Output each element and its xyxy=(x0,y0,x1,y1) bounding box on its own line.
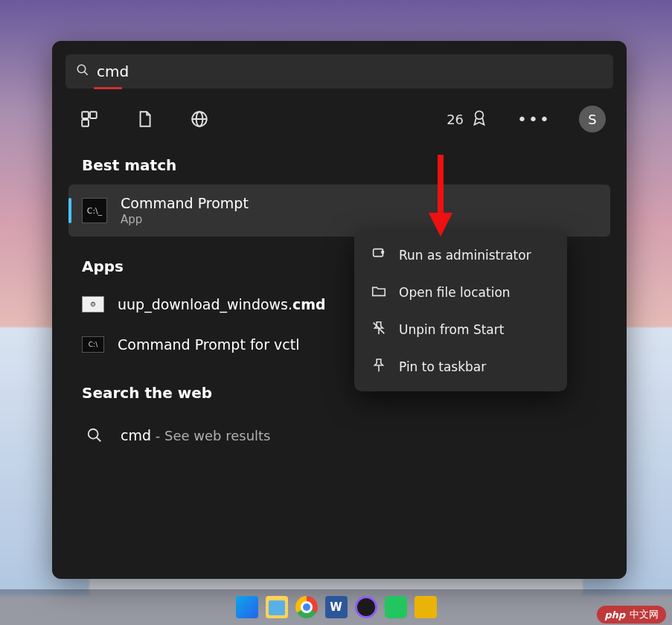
profile-avatar[interactable]: S xyxy=(579,106,606,132)
filter-row: 26 ••• S xyxy=(65,89,613,135)
folder-icon xyxy=(371,283,387,302)
menu-label: Open file location xyxy=(399,285,511,300)
search-input[interactable] xyxy=(97,62,603,80)
menu-open-file-location[interactable]: Open file location xyxy=(360,274,561,311)
context-menu: Run as administrator Open file location … xyxy=(354,231,567,391)
svg-line-1 xyxy=(84,71,88,75)
batch-file-icon: ⚙ xyxy=(82,296,104,312)
watermark-text: 中文网 xyxy=(630,608,659,621)
svg-rect-3 xyxy=(90,112,97,118)
rewards-medal-icon xyxy=(470,108,489,130)
menu-label: Run as administrator xyxy=(399,248,531,263)
search-box[interactable] xyxy=(65,54,613,89)
best-match-title: Command Prompt xyxy=(121,195,249,211)
best-match-subtitle: App xyxy=(121,213,249,226)
shield-icon xyxy=(371,246,387,265)
menu-pin-to-taskbar[interactable]: Pin to taskbar xyxy=(360,348,561,385)
search-icon xyxy=(76,63,89,80)
web-result-term: cmd xyxy=(121,427,151,443)
start-button[interactable] xyxy=(236,596,258,618)
svg-point-9 xyxy=(89,429,98,439)
menu-label: Unpin from Start xyxy=(399,322,504,337)
taskbar-app-icon[interactable] xyxy=(355,596,377,618)
taskbar: W xyxy=(0,589,672,625)
watermark-brand: php xyxy=(604,609,625,621)
menu-run-as-administrator[interactable]: Run as administrator xyxy=(360,237,561,274)
filter-web-icon[interactable] xyxy=(183,103,216,135)
app-result-prefix: Command Prompt for vctl xyxy=(118,336,299,353)
filter-documents-icon[interactable] xyxy=(128,103,161,135)
svg-point-8 xyxy=(476,111,484,119)
search-icon xyxy=(82,423,107,448)
taskbar-chrome-icon[interactable] xyxy=(295,596,318,618)
menu-unpin-from-start[interactable]: Unpin from Start xyxy=(360,311,561,348)
web-result-suffix: - See web results xyxy=(151,428,270,443)
more-options-icon[interactable]: ••• xyxy=(511,110,557,129)
svg-rect-4 xyxy=(82,120,89,126)
unpin-icon xyxy=(371,320,387,339)
taskbar-app-icon[interactable] xyxy=(415,596,437,618)
svg-point-0 xyxy=(77,65,86,73)
taskbar-app-icon[interactable] xyxy=(385,596,407,618)
svg-rect-2 xyxy=(82,112,89,118)
taskbar-word-icon[interactable]: W xyxy=(325,596,348,618)
rewards-points-value: 26 xyxy=(447,112,464,127)
taskbar-explorer-icon[interactable] xyxy=(266,596,288,618)
watermark: php 中文网 xyxy=(597,606,666,624)
app-result-prefix: uup_download_windows. xyxy=(118,296,292,312)
section-best-match-title: Best match xyxy=(82,156,613,174)
best-match-result[interactable]: C:\_ Command Prompt App xyxy=(68,185,610,237)
rewards-points[interactable]: 26 xyxy=(447,108,489,130)
web-result[interactable]: cmd - See web results xyxy=(68,412,610,458)
app-result-match: cmd xyxy=(292,296,326,312)
filter-apps-icon[interactable] xyxy=(73,103,106,135)
profile-initial: S xyxy=(588,112,596,127)
pin-icon xyxy=(371,357,387,376)
menu-label: Pin to taskbar xyxy=(399,359,486,374)
svg-line-10 xyxy=(97,438,101,442)
command-prompt-icon: C:\_ xyxy=(82,198,107,223)
command-prompt-icon: C:\ xyxy=(82,336,104,353)
